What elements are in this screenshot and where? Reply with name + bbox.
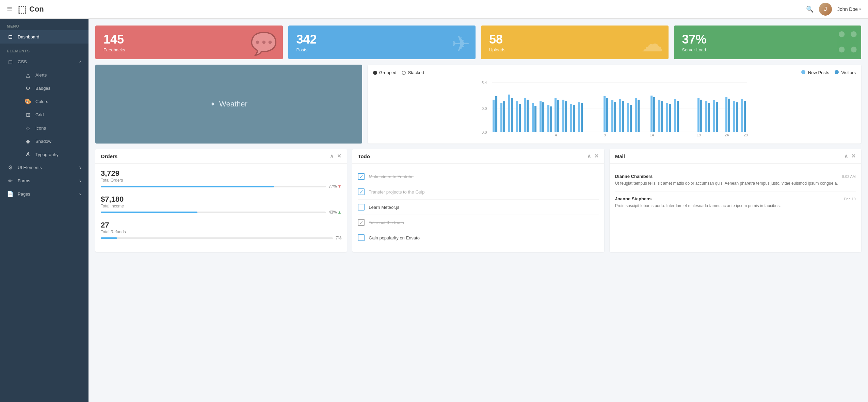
sidebar-item-dashboard[interactable]: ⊟ Dashboard bbox=[0, 30, 89, 44]
orders-panel-body: 3,729 Total Orders 77% ▼ $7,180 Tot bbox=[95, 164, 347, 252]
chart-card: Grouped Stacked New Posts Visitors bbox=[368, 65, 861, 144]
orders-collapse-icon[interactable]: ∧ bbox=[330, 153, 334, 159]
total-orders-pct: 77% ▼ bbox=[328, 184, 341, 189]
feedbacks-label: Feedbacks bbox=[103, 47, 275, 52]
svg-rect-6 bbox=[493, 100, 495, 132]
search-icon[interactable]: 🔍 bbox=[806, 5, 814, 13]
svg-rect-13 bbox=[519, 104, 521, 132]
svg-rect-39 bbox=[630, 105, 632, 132]
svg-rect-24 bbox=[557, 100, 559, 132]
todo-check-1[interactable]: ✓ bbox=[358, 188, 365, 195]
orders-close-icon[interactable]: ✕ bbox=[337, 153, 341, 159]
stat-card-posts: 342 Posts ✈ bbox=[288, 26, 476, 59]
todo-check-4[interactable] bbox=[358, 234, 365, 241]
weather-card: ✦ Weather bbox=[95, 65, 362, 144]
todo-check-2[interactable] bbox=[358, 204, 365, 211]
todo-check-0[interactable]: ✓ bbox=[358, 173, 365, 180]
todo-text-3: Take out the trash bbox=[369, 220, 404, 225]
sidebar-item-shadow[interactable]: ◆ Shadow bbox=[18, 135, 89, 148]
mail-header-row-1: Joanne Stephens Dec 19 bbox=[615, 196, 856, 201]
sidebar-item-pages[interactable]: 📄 Pages ∨ bbox=[0, 187, 89, 201]
orders-panel: Orders ∧ ✕ 3,729 Total Orders 77% bbox=[95, 149, 347, 252]
mail-close-icon[interactable]: ✕ bbox=[851, 153, 856, 159]
mail-title: Mail bbox=[615, 153, 625, 159]
sidebar-item-ui-elements[interactable]: ⚙ UI Elements ∨ bbox=[0, 161, 89, 174]
sidebar-item-grid[interactable]: ⊞ Grid bbox=[18, 108, 89, 121]
mail-item-1: Joanne Stephens Dec 19 Proin suscipit lo… bbox=[615, 191, 856, 214]
grid-icon: ⊞ bbox=[25, 112, 31, 118]
total-income-value: $7,180 bbox=[101, 195, 341, 204]
server-load-label: Server Load bbox=[682, 47, 853, 52]
sidebar-item-colors[interactable]: 🎨 Colors bbox=[18, 95, 89, 108]
svg-rect-16 bbox=[532, 103, 534, 132]
svg-rect-19 bbox=[542, 102, 544, 132]
pct-up-icon: ▼ bbox=[337, 184, 341, 189]
dashboard-icon: ⊟ bbox=[7, 34, 14, 40]
sidebar-label-forms: Forms bbox=[18, 178, 30, 183]
total-orders-bar-fill bbox=[101, 186, 274, 187]
stat-card-feedbacks: 145 Feedbacks 💬 bbox=[95, 26, 283, 59]
forms-arrow-icon: ∨ bbox=[79, 179, 82, 183]
css-icon: ◻ bbox=[7, 58, 14, 65]
css-arrow-icon: ∧ bbox=[79, 60, 82, 64]
chevron-down-icon[interactable]: ▾ bbox=[859, 7, 861, 12]
svg-rect-46 bbox=[661, 101, 663, 132]
sidebar-item-alerts[interactable]: △ Alerts bbox=[18, 68, 89, 82]
todo-item-3: ✓ Take out the trash bbox=[358, 215, 598, 230]
weather-label: Weather bbox=[219, 100, 247, 108]
menu-icon[interactable]: ☰ bbox=[7, 5, 12, 13]
chart-radio-stacked[interactable]: Stacked bbox=[402, 70, 424, 75]
sidebar-item-badges[interactable]: ⚙ Badges bbox=[18, 82, 89, 95]
new-posts-dot-icon bbox=[801, 70, 805, 74]
svg-rect-50 bbox=[677, 101, 679, 132]
todo-close-icon[interactable]: ✕ bbox=[594, 153, 599, 159]
svg-text:0.0: 0.0 bbox=[482, 130, 487, 134]
svg-text:9: 9 bbox=[604, 133, 606, 137]
sidebar-label-badges: Badges bbox=[35, 86, 50, 91]
sidebar-item-css[interactable]: ◻ CSS ∧ bbox=[0, 55, 89, 68]
pages-arrow-icon: ∨ bbox=[79, 192, 82, 196]
sidebar-label-pages: Pages bbox=[18, 191, 30, 197]
svg-rect-21 bbox=[550, 106, 552, 132]
svg-rect-25 bbox=[562, 100, 564, 132]
svg-rect-49 bbox=[674, 99, 676, 132]
svg-rect-36 bbox=[619, 99, 621, 132]
menu-section-label: MENU bbox=[0, 19, 89, 30]
ui-elements-icon: ⚙ bbox=[7, 164, 14, 171]
svg-rect-64 bbox=[744, 101, 746, 132]
visitors-dot-icon bbox=[835, 70, 839, 74]
svg-rect-28 bbox=[573, 105, 575, 132]
logo-icon: ⬚ bbox=[18, 4, 27, 15]
sidebar-item-icons[interactable]: ◇ Icons bbox=[18, 121, 89, 135]
css-subitems: △ Alerts ⚙ Badges 🎨 Colors ⊞ Grid ◇ Icon… bbox=[0, 68, 89, 161]
svg-rect-8 bbox=[500, 103, 502, 132]
mail-collapse-icon[interactable]: ∧ bbox=[844, 153, 848, 159]
sidebar-item-typography[interactable]: A Typography bbox=[18, 148, 89, 161]
server-load-value: 37% bbox=[682, 32, 853, 47]
svg-rect-33 bbox=[606, 98, 608, 132]
svg-text:24: 24 bbox=[725, 133, 729, 137]
svg-rect-35 bbox=[614, 102, 616, 132]
uploads-label: Uploads bbox=[489, 47, 660, 52]
mail-sender-0: Dianne Chambers bbox=[615, 174, 653, 179]
chart-radio-group: Grouped Stacked bbox=[373, 70, 424, 75]
todo-check-3[interactable]: ✓ bbox=[358, 219, 365, 226]
total-refunds-bar-bg bbox=[101, 237, 333, 239]
svg-rect-43 bbox=[650, 96, 653, 132]
feedbacks-bg-icon: 💬 bbox=[250, 31, 277, 56]
mail-header-row-0: Dianne Chambers 9:02 AM bbox=[615, 174, 856, 179]
sidebar-item-forms[interactable]: ✏ Forms ∨ bbox=[0, 174, 89, 187]
svg-rect-18 bbox=[540, 101, 542, 132]
svg-rect-53 bbox=[700, 100, 702, 132]
sidebar-label-ui-elements: UI Elements bbox=[18, 165, 42, 170]
svg-rect-47 bbox=[666, 103, 668, 132]
total-income-bar-bg bbox=[101, 212, 326, 213]
chart-radio-grouped[interactable]: Grouped bbox=[373, 70, 397, 75]
sidebar-label-alerts: Alerts bbox=[35, 72, 47, 78]
middle-row: ✦ Weather Grouped Stacked bbox=[95, 65, 861, 144]
todo-collapse-icon[interactable]: ∧ bbox=[587, 153, 591, 159]
chart-svg-wrap: 5.4 0.0 0.0 bbox=[373, 79, 856, 138]
mail-panel: Mail ∧ ✕ Dianne Chambers 9:02 AM Ut feug… bbox=[610, 149, 861, 252]
mail-time-1: Dec 19 bbox=[844, 197, 856, 201]
svg-rect-54 bbox=[705, 101, 707, 132]
